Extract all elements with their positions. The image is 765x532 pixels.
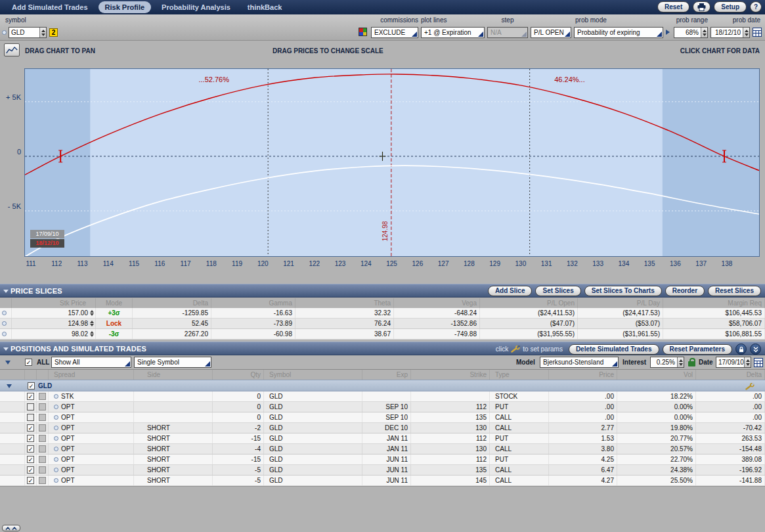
position-vol: 19.80% <box>617 423 696 433</box>
calendar-icon[interactable] <box>753 28 762 37</box>
model-select[interactable]: Bjerksund-Stensland <box>540 357 619 368</box>
help-button[interactable]: ? <box>750 1 762 12</box>
slice-mode: +3σ <box>96 308 133 318</box>
color-grid-icon[interactable] <box>359 28 367 36</box>
date-spinner[interactable]: 17/09/10 <box>716 357 751 368</box>
collapse-triangle-icon[interactable] <box>7 384 12 388</box>
show-all-select[interactable]: Show All <box>51 357 131 368</box>
prob-date-spinner[interactable]: 18/12/10 <box>710 27 750 38</box>
collapse-triangle-icon[interactable] <box>3 290 9 293</box>
tab-probability-analysis[interactable]: Probability Analysis <box>155 1 237 13</box>
risk-profile-chart[interactable]: 124.98...52.76%46.24%... 17/09/10 18/12/… <box>24 68 760 257</box>
spinner-arrows-icon[interactable] <box>743 28 749 37</box>
bottom-panel <box>0 486 765 532</box>
tab-risk-profile[interactable]: Risk Profile <box>98 1 152 13</box>
x-tick-label: 126 <box>409 260 426 267</box>
interest-spinner[interactable]: 0.25% <box>650 357 684 368</box>
slice-price-spinner[interactable]: 124.98 <box>12 319 96 328</box>
delete-simulated-trades-button[interactable]: Delete Simulated Trades <box>569 344 659 355</box>
spinner-arrows-icon[interactable] <box>701 28 707 37</box>
position-side: SHORT <box>134 465 213 475</box>
collapse-triangle-icon[interactable] <box>5 361 11 365</box>
position-delta: -196.92 <box>696 465 765 475</box>
position-row[interactable]: ✓STK0GLDSTOCK.0018.22%.00 <box>0 391 765 402</box>
position-row[interactable]: OPT0GLDSEP 10135CALL.000.00%.00 <box>0 412 765 423</box>
collapse-section-button[interactable] <box>750 344 761 355</box>
spinner-arrows-icon[interactable] <box>90 310 94 316</box>
price-slice-row[interactable]: 124.98Lock52.45-73.8976.24-1352.86($47.0… <box>0 319 765 329</box>
position-row[interactable]: ✓OPTSHORT-5GLDJUN 11145CALL4.2725.50%-14… <box>0 476 765 486</box>
double-chevron-up-icon <box>4 526 18 531</box>
position-checkbox[interactable] <box>27 414 34 421</box>
position-checkbox[interactable]: ✓ <box>27 435 34 442</box>
position-row[interactable]: OPT0GLDSEP 10112PUT.000.00%.00 <box>0 402 765 412</box>
row-bullet-icon <box>2 311 7 315</box>
spinner-arrows-icon[interactable] <box>39 28 46 37</box>
commissions-select[interactable]: EXCLUDE <box>371 27 418 38</box>
slice-vega: -749.88 <box>394 329 480 339</box>
add-slice-button[interactable]: Add Slice <box>488 286 533 296</box>
reorder-button[interactable]: Reorder <box>665 286 705 296</box>
set-slices-button[interactable]: Set Slices <box>535 286 580 296</box>
slice-price-spinner[interactable]: 157.00 <box>12 308 96 318</box>
all-checkbox[interactable]: ✓ <box>25 359 32 366</box>
linked-count-badge[interactable]: 2 <box>49 28 58 37</box>
set-slices-to-charts-button[interactable]: Set Slices To Charts <box>584 286 662 296</box>
position-checkbox[interactable]: ✓ <box>27 424 34 432</box>
position-row[interactable]: ✓OPTSHORT-15GLDJUN 11112PUT4.2522.70%389… <box>0 454 765 465</box>
step-select[interactable]: N/A <box>487 27 528 38</box>
lock-positions-button[interactable] <box>735 344 747 355</box>
spinner-arrows-icon[interactable] <box>90 321 94 326</box>
symbol-scope-select[interactable]: Single Symbol <box>134 357 211 368</box>
prob-mode-select[interactable]: Probability of expiring <box>574 27 663 38</box>
position-checkbox[interactable]: ✓ <box>27 393 34 400</box>
tab-thinkback[interactable]: thinkBack <box>241 1 289 13</box>
row-bullet-icon <box>54 457 58 462</box>
interest-lock-icon[interactable] <box>688 361 695 366</box>
thinkorswim-risk-profile-page: Add Simulated TradesRisk ProfileProbabil… <box>0 0 765 532</box>
spinner-arrows-icon[interactable] <box>744 357 751 367</box>
prob-range-spinner[interactable]: 68% <box>674 27 708 38</box>
setup-button[interactable]: Setup <box>714 1 747 12</box>
price-slice-row[interactable]: 98.02-3σ2267.20-60.9838.67-749.88($31,95… <box>0 329 765 340</box>
chart-style-button[interactable] <box>4 43 20 56</box>
position-row[interactable]: ✓OPTSHORT-2GLDDEC 10130CALL2.7719.80%-70… <box>0 423 765 433</box>
expand-panel-button[interactable] <box>2 525 20 531</box>
reset-button[interactable]: Reset <box>657 1 689 12</box>
position-vol: 0.00% <box>617 412 696 422</box>
position-row[interactable]: ✓OPTSHORT-15GLDJAN 11112PUT1.5320.77%263… <box>0 433 765 444</box>
position-checkbox[interactable]: ✓ <box>27 445 34 453</box>
symbol-input[interactable]: GLD <box>9 27 47 38</box>
position-checkbox[interactable] <box>27 403 34 410</box>
collapse-triangle-icon[interactable] <box>3 347 9 351</box>
group-checkbox[interactable]: ✓ <box>28 382 35 389</box>
interest-label: Interest <box>623 359 646 366</box>
position-row[interactable]: ✓OPTSHORT-5GLDJUN 11135CALL6.4724.38%-19… <box>0 465 765 476</box>
tab-add-simulated-trades[interactable]: Add Simulated Trades <box>5 1 95 13</box>
slices-col-margin-req: Margin Req <box>663 298 765 308</box>
print-button[interactable] <box>693 1 710 12</box>
position-checkbox[interactable]: ✓ <box>27 456 34 463</box>
expand-right-icon[interactable] <box>666 30 670 35</box>
wrench-icon[interactable] <box>745 383 754 390</box>
slice-price-spinner[interactable]: 98.02 <box>12 329 96 339</box>
position-exp: JUN 11 <box>362 476 411 485</box>
reset-slices-button[interactable]: Reset Slices <box>708 286 761 296</box>
reset-parameters-button[interactable]: Reset Parameters <box>663 344 733 355</box>
calendar-icon[interactable] <box>754 358 763 367</box>
position-group-row[interactable]: ✓ GLD <box>0 380 765 391</box>
position-kind: OPT <box>49 454 134 464</box>
risk-profile-plot-svg[interactable]: 124.98...52.76%46.24%... <box>25 69 759 256</box>
position-qty: -2 <box>213 423 264 433</box>
pl-mode-select[interactable]: P/L OPEN <box>531 27 571 38</box>
position-checkbox[interactable]: ✓ <box>27 477 34 484</box>
dropdown-arrow-icon <box>205 361 210 366</box>
spinner-arrows-icon[interactable] <box>90 331 94 337</box>
price-slices-buttons: Add SliceSet SlicesSet Slices To ChartsR… <box>488 286 761 296</box>
position-row[interactable]: ✓OPTSHORT-4GLDJAN 11130CALL3.8020.57%-15… <box>0 444 765 454</box>
spinner-arrows-icon[interactable] <box>677 357 684 367</box>
position-vol: 24.38% <box>617 465 696 475</box>
price-slice-row[interactable]: 157.00+3σ-1259.85-16.6332.32-648.24($24,… <box>0 308 765 319</box>
position-checkbox[interactable]: ✓ <box>27 466 34 474</box>
plot-lines-select[interactable]: +1 @ Expiration <box>421 27 485 38</box>
